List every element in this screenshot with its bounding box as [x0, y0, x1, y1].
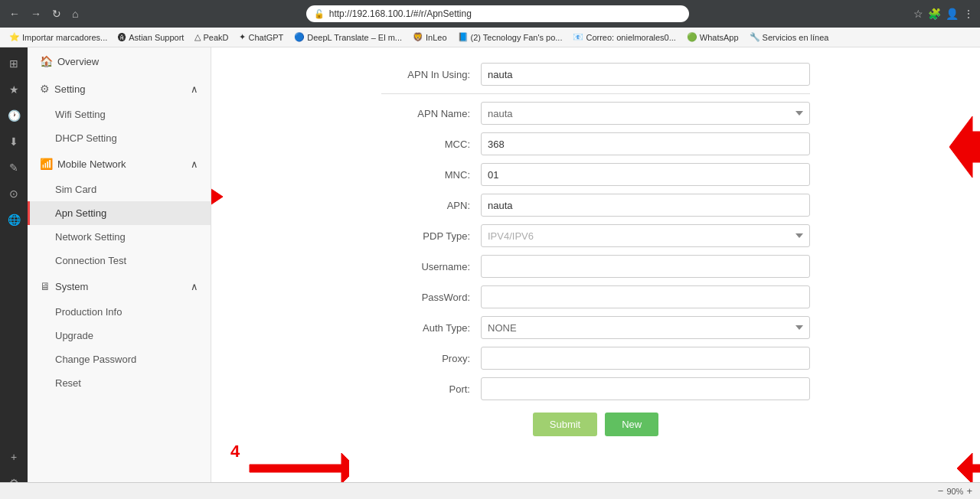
- mnc-label: MNC:: [381, 169, 481, 181]
- mobile-network-group-left: 📶 Mobile Network: [40, 158, 126, 170]
- bookmark-peakd-label: PeakD: [203, 33, 228, 42]
- auth-type-row: Auth Type: NONE PAP CHAP: [381, 316, 810, 339]
- bookmark-deepl-icon: 🔵: [294, 32, 305, 42]
- bookmark-servicios[interactable]: 🔧 Servicios en línea: [745, 31, 834, 44]
- svg-marker-7: [250, 453, 349, 484]
- sidebar-item-connection-test[interactable]: Connection Test: [28, 249, 211, 272]
- sidebar-item-production-info[interactable]: Production Info: [28, 300, 211, 324]
- sidebar-item-overview[interactable]: 🏠 Overview: [28, 47, 211, 75]
- extensions-button[interactable]: 🧩: [928, 8, 941, 20]
- password-input[interactable]: [481, 285, 810, 308]
- apn-name-label: APN Name:: [381, 108, 481, 119]
- bookmark-chatgpt-label: ChatGPT: [248, 33, 283, 42]
- system-children: Production Info Upgrade Change Password …: [28, 300, 211, 395]
- sidebar-item-upgrade[interactable]: Upgrade: [28, 324, 211, 347]
- refresh-button[interactable]: ↻: [49, 6, 64, 21]
- form-buttons: Submit New: [381, 413, 810, 436]
- annotation-arrow-1: 1: [211, 166, 230, 227]
- bookmark-correo[interactable]: 📧 Correo: onielmorales0...: [568, 31, 680, 44]
- pdp-type-select[interactable]: IPV4/IPV6 IPV4 IPV6: [481, 224, 810, 247]
- sidebar-icon-circle[interactable]: ⊙: [2, 182, 25, 205]
- apn-input[interactable]: [481, 194, 810, 217]
- bookmark-importar-label: Importar marcadores...: [22, 33, 107, 42]
- back-button[interactable]: ←: [6, 6, 23, 21]
- mobile-network-group-header[interactable]: 📶 Mobile Network ∧: [28, 150, 211, 178]
- annotation-arrow-2: 2: [957, 442, 980, 488]
- bookmark-astian-icon: 🅐: [118, 33, 126, 42]
- zoom-controls: − 90% +: [938, 485, 972, 497]
- mnc-input[interactable]: [481, 163, 810, 186]
- bookmark-peakd[interactable]: △ PeakD: [190, 31, 233, 44]
- annotation-arrow-3: 3: [949, 86, 980, 208]
- bookmark-tecnology[interactable]: 📘 (2) Tecnology Fan's po...: [453, 31, 567, 44]
- address-text: http://192.168.100.1/#/r/ApnSetting: [329, 8, 472, 19]
- bookmark-deepl[interactable]: 🔵 DeepL Translate – El m...: [289, 31, 407, 44]
- mcc-label: MCC:: [381, 139, 481, 150]
- bookmark-importar[interactable]: ⭐ Importar marcadores...: [5, 31, 112, 44]
- sidebar-icon-star[interactable]: ★: [2, 78, 25, 101]
- mcc-input[interactable]: [481, 132, 810, 155]
- apn-in-using-label: APN In Using:: [381, 69, 481, 80]
- zoom-level: 90%: [946, 487, 963, 496]
- apn-name-select[interactable]: nauta: [481, 102, 810, 125]
- browser-chrome: ← → ↻ ⌂ 🔓 http://192.168.100.1/#/r/ApnSe…: [0, 0, 980, 28]
- submit-button[interactable]: Submit: [533, 413, 597, 436]
- sidebar-icon-grid[interactable]: ⊞: [2, 52, 25, 75]
- settings-menu-button[interactable]: ⋮: [963, 8, 974, 20]
- sidebar-icon-download[interactable]: ⬇: [2, 130, 25, 153]
- zoom-in-button[interactable]: +: [966, 485, 972, 497]
- browser-actions: ☆ 🧩 👤 ⋮: [913, 8, 974, 20]
- bookmark-deepl-label: DeepL Translate – El m...: [307, 33, 402, 42]
- sidebar-item-apn-setting[interactable]: Apn Setting: [28, 201, 211, 225]
- mobile-network-label: Mobile Network: [57, 158, 126, 170]
- auth-type-label: Auth Type:: [381, 322, 481, 334]
- zoom-out-button[interactable]: −: [938, 485, 944, 497]
- auth-type-select[interactable]: NONE PAP CHAP: [481, 316, 810, 339]
- mobile-network-chevron-icon: ∧: [191, 158, 198, 170]
- sidebar-item-change-password[interactable]: Change Password: [28, 347, 211, 371]
- setting-group-header[interactable]: ⚙ Setting ∧: [28, 75, 211, 103]
- sidebar-item-sim-card[interactable]: Sim Card: [28, 178, 211, 201]
- bookmark-whatsapp[interactable]: 🟢 WhatsApp: [682, 31, 743, 44]
- proxy-input[interactable]: [481, 347, 810, 370]
- apn-form: APN In Using: APN Name: nauta MCC:: [381, 47, 810, 436]
- apn-in-using-input[interactable]: [481, 63, 810, 86]
- bookmark-whatsapp-icon: 🟢: [687, 32, 697, 42]
- setting-chevron-icon: ∧: [191, 83, 198, 95]
- password-row: PassWord:: [381, 285, 810, 308]
- proxy-label: Proxy:: [381, 353, 481, 364]
- bookmark-importar-icon: ⭐: [9, 32, 20, 42]
- system-group-header[interactable]: 🖥 System ∧: [28, 272, 211, 300]
- new-button[interactable]: New: [605, 413, 658, 436]
- sidebar-item-wifi-setting[interactable]: Wifi Setting: [28, 103, 211, 126]
- bookmark-tecnology-icon: 📘: [458, 32, 469, 42]
- bookmark-chatgpt[interactable]: ✦ ChatGPT: [234, 31, 288, 44]
- form-area: 1 3 2 4 APN In Using:: [211, 47, 980, 499]
- home-button[interactable]: ⌂: [69, 6, 81, 21]
- sidebar-item-dhcp-setting[interactable]: DHCP Setting: [28, 126, 211, 150]
- sidebar-icon-globe[interactable]: 🌐: [2, 208, 25, 231]
- username-label: Username:: [381, 261, 481, 272]
- sidebar-icon-add[interactable]: +: [2, 445, 25, 468]
- setting-icon: ⚙: [40, 83, 50, 95]
- bookmark-inleo[interactable]: 🦁 InLeo: [408, 31, 452, 44]
- sidebar-item-network-setting[interactable]: Network Setting: [28, 225, 211, 249]
- forward-button[interactable]: →: [28, 6, 44, 21]
- sidebar-icon-history[interactable]: 🕐: [2, 104, 25, 127]
- username-input[interactable]: [481, 255, 810, 278]
- sidebar-item-reset[interactable]: Reset: [28, 371, 211, 395]
- address-bar[interactable]: 🔓 http://192.168.100.1/#/r/ApnSetting: [306, 5, 689, 22]
- sidebar-icon-edit[interactable]: ✎: [2, 156, 25, 179]
- profile-button[interactable]: 👤: [946, 8, 959, 20]
- svg-marker-3: [949, 116, 980, 178]
- bookmark-astian[interactable]: 🅐 Astian Support: [113, 31, 188, 44]
- bookmark-star-button[interactable]: ☆: [913, 8, 923, 20]
- port-input[interactable]: [481, 377, 810, 400]
- mcc-row: MCC:: [381, 132, 810, 155]
- setting-group-left: ⚙ Setting: [40, 83, 85, 95]
- bookmarks-bar: ⭐ Importar marcadores... 🅐 Astian Suppor…: [0, 28, 980, 47]
- form-divider-1: [381, 93, 810, 94]
- page-content: 🏠 Overview ⚙ Setting ∧ Wifi Setting DHCP…: [28, 47, 980, 499]
- bottom-bar: − 90% +: [0, 482, 980, 499]
- svg-marker-5: [957, 453, 980, 484]
